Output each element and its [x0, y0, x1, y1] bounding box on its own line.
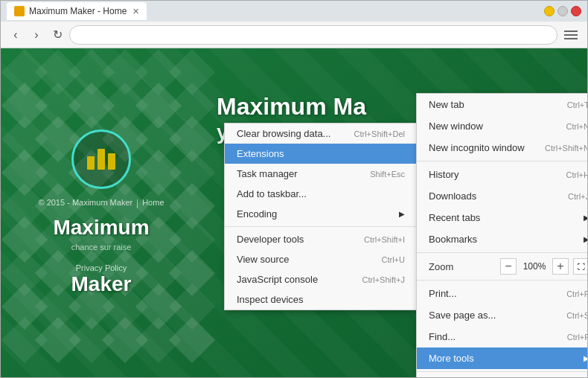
menu-item-label: View source — [237, 254, 290, 265]
menu-item-new-incognito[interactable]: New incognito window Ctrl+Shift+N — [417, 137, 587, 158]
maximize-button[interactable] — [557, 6, 568, 16]
window-controls — [544, 6, 581, 16]
page-title-maximum: Maximum — [53, 216, 149, 240]
menu-shortcut: Ctrl+S — [566, 311, 587, 320]
tab-favicon — [14, 6, 25, 16]
menu-line — [564, 31, 578, 32]
zoom-label: Zoom — [429, 261, 453, 272]
menu-item-add-taskbar[interactable]: Add to taskbar... — [225, 184, 417, 204]
menu-item-label: Downloads — [429, 190, 476, 202]
menu-item-find[interactable]: Find... Ctrl+F — [417, 326, 587, 347]
zoom-fullscreen-button[interactable]: ⛶ — [573, 258, 587, 275]
menu-item-label: New incognito window — [429, 142, 525, 153]
minimize-button[interactable] — [544, 6, 555, 16]
content-area: P © 2015 - Maximum Maker Home Maximum ch… — [1, 48, 587, 377]
edit-row: Edit Cut Copy Paste — [417, 374, 587, 377]
logo-circle — [71, 129, 131, 189]
menu-shortcut: Ctrl+J — [568, 192, 587, 201]
title-bar: Maximum Maker - Home ✕ — [1, 1, 587, 22]
menu-separator — [417, 371, 587, 372]
back-button[interactable]: ‹ — [7, 26, 25, 44]
menu-item-extensions[interactable]: Extensions — [225, 144, 417, 164]
menu-shortcut: Ctrl+T — [567, 100, 587, 109]
arrow-right-icon: ▶ — [584, 235, 587, 243]
menu-item-label: Bookmarks — [429, 234, 477, 245]
menu-item-history[interactable]: History Ctrl+H — [417, 164, 587, 185]
copyright-text: © 2015 - Maximum Maker — [38, 198, 132, 207]
menu-shortcut: Ctrl+F — [567, 333, 587, 342]
menu-item-clear-browsing[interactable]: Clear browsing data... Ctrl+Shift+Del — [225, 124, 417, 144]
menu-line — [564, 34, 578, 36]
menu-shortcut: Ctrl+P — [566, 289, 587, 298]
address-bar[interactable] — [69, 25, 557, 45]
zoom-value: 100% — [521, 261, 548, 272]
logo-bars — [87, 149, 115, 170]
arrow-right-icon: ▶ — [584, 354, 587, 362]
zoom-control-row: Zoom − 100% + ⛶ — [417, 255, 587, 278]
page-left-content: © 2015 - Maximum Maker Home Maximum chan… — [1, 48, 202, 377]
menu-shortcut: Shift+Esc — [370, 170, 405, 179]
forward-button[interactable]: › — [28, 26, 45, 44]
zoom-controls: − 100% + ⛶ — [500, 258, 587, 275]
menu-item-save-page[interactable]: Save page as... Ctrl+S — [417, 304, 587, 326]
menu-item-label: Add to taskbar... — [237, 188, 307, 199]
menu-item-label: New window — [429, 121, 483, 132]
browser-tab[interactable]: Maximum Maker - Home ✕ — [7, 2, 147, 20]
browser-toolbar: ‹ › ↻ — [1, 22, 587, 48]
menu-shortcut: Ctrl+H — [566, 170, 587, 179]
menu-separator — [225, 226, 417, 227]
menu-item-developer-tools[interactable]: Developer tools Ctrl+Shift+I — [225, 229, 417, 249]
menu-item-downloads[interactable]: Downloads Ctrl+J — [417, 185, 587, 207]
menu-separator — [417, 252, 587, 253]
home-link[interactable]: Home — [142, 198, 164, 207]
menu-item-task-manager[interactable]: Task manager Shift+Esc — [225, 164, 417, 184]
menu-item-label: JavaScript console — [237, 274, 318, 285]
menu-item-encoding[interactable]: Encoding ▶ — [225, 204, 417, 224]
menu-item-more-tools[interactable]: More tools ▶ — [417, 347, 587, 369]
menu-item-label: Extensions — [237, 148, 284, 159]
browser-window: Maximum Maker - Home ✕ ‹ › ↻ — [0, 0, 588, 378]
menu-item-label: Find... — [429, 331, 456, 342]
tab-title: Maximum Maker - Home — [29, 6, 127, 16]
arrow-right-icon: ▶ — [584, 214, 587, 222]
menu-shortcut: Ctrl+Shift+I — [364, 235, 405, 244]
page-title-maker: Maker — [71, 272, 132, 296]
menu-separator — [417, 161, 587, 161]
menu-item-label: Developer tools — [237, 234, 304, 245]
menu-item-new-tab[interactable]: New tab Ctrl+T — [417, 94, 587, 115]
arrow-right-icon: ▶ — [399, 210, 405, 218]
zoom-in-button[interactable]: + — [552, 258, 569, 275]
menu-shortcut: Ctrl+Shift+J — [362, 275, 405, 284]
menu-shortcut: Ctrl+Shift+Del — [354, 129, 405, 138]
chrome-menu-button[interactable] — [560, 25, 581, 45]
reload-button[interactable]: ↻ — [48, 26, 66, 44]
zoom-out-button[interactable]: − — [500, 258, 517, 275]
menu-item-print[interactable]: Print... Ctrl+P — [417, 283, 587, 304]
close-button[interactable] — [571, 6, 581, 16]
menu-item-inspect-devices[interactable]: Inspect devices — [225, 289, 417, 310]
menu-item-label: Inspect devices — [237, 294, 304, 305]
menu-item-label: Encoding — [237, 208, 277, 220]
menu-item-label: Print... — [429, 288, 457, 299]
menu-item-label: Recent tabs — [429, 212, 480, 223]
menu-item-label: Clear browsing data... — [237, 128, 330, 139]
menu-item-bookmarks[interactable]: Bookmarks ▶ — [417, 228, 587, 250]
menu-item-javascript-console[interactable]: JavaScript console Ctrl+Shift+J — [225, 269, 417, 289]
menu-shortcut: Ctrl+Shift+N — [545, 144, 587, 153]
right-context-menu: New tab Ctrl+T New window Ctrl+N New inc… — [416, 93, 587, 377]
menu-line — [564, 38, 578, 39]
tab-close-button[interactable]: ✕ — [132, 7, 139, 16]
menu-item-label: More tools — [429, 353, 474, 364]
menu-item-label: Task manager — [237, 168, 298, 179]
privacy-policy-link[interactable]: Privacy Policy — [76, 263, 127, 272]
bar-2 — [98, 149, 105, 170]
menu-item-recent-tabs[interactable]: Recent tabs ▶ — [417, 207, 587, 228]
page-background: P © 2015 - Maximum Maker Home Maximum ch… — [1, 48, 587, 377]
menu-shortcut: Ctrl+U — [382, 255, 405, 264]
menu-shortcut: Ctrl+N — [566, 122, 587, 131]
menu-item-view-source[interactable]: View source Ctrl+U — [225, 249, 417, 269]
menu-item-new-window[interactable]: New window Ctrl+N — [417, 115, 587, 137]
menu-separator — [417, 280, 587, 281]
bar-3 — [108, 153, 115, 170]
page-subtitle: chance sur raise — [71, 243, 132, 252]
